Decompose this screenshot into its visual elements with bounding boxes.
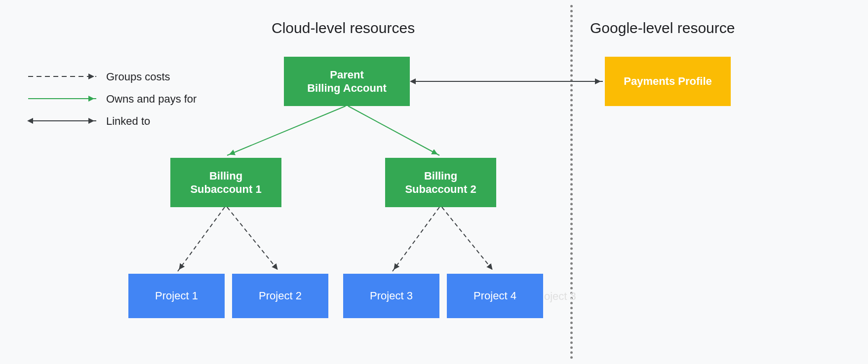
legend-linked-to: Linked to xyxy=(106,115,150,128)
legend-arrows xyxy=(27,69,101,138)
legend-groups-costs: Groups costs xyxy=(106,71,170,83)
node-project-2-label: Project 2 xyxy=(259,290,302,302)
svg-line-4 xyxy=(227,207,279,271)
node-project-3: Project 3 xyxy=(343,274,439,318)
node-payments-label: Payments Profile xyxy=(624,75,712,88)
node-billing-subaccount-1: Billing Subaccount 1 xyxy=(170,158,281,207)
node-parent-line2: Billing Account xyxy=(307,81,387,95)
svg-line-6 xyxy=(442,207,494,271)
ghost-text-project: oject 3 xyxy=(544,290,576,303)
node-project-4: Project 4 xyxy=(447,274,543,318)
svg-line-3 xyxy=(178,207,225,271)
legend-owns-pays: Owns and pays for xyxy=(106,93,197,106)
heading-google-level: Google-level resource xyxy=(590,20,735,36)
arrows-owns-parent-to-subs xyxy=(217,106,474,160)
node-parent-line1: Parent xyxy=(330,68,363,82)
svg-line-2 xyxy=(348,106,439,155)
vertical-divider xyxy=(570,5,573,359)
node-project-2: Project 2 xyxy=(232,274,328,318)
svg-line-1 xyxy=(227,106,346,155)
node-project-3-label: Project 3 xyxy=(370,290,413,302)
heading-cloud-level: Cloud-level resources xyxy=(272,20,415,36)
node-sub2-line1: Billing xyxy=(424,169,457,183)
svg-line-5 xyxy=(393,207,439,271)
arrows-groups-sub2-to-projects xyxy=(383,207,506,276)
arrow-linked-parent-payments xyxy=(410,74,605,89)
node-project-4-label: Project 4 xyxy=(473,290,516,302)
node-parent-billing-account: Parent Billing Account xyxy=(284,57,410,106)
node-sub2-line2: Subaccount 2 xyxy=(405,182,476,196)
arrows-groups-sub1-to-projects xyxy=(168,207,291,276)
node-sub1-line2: Subaccount 1 xyxy=(190,182,261,196)
node-sub1-line1: Billing xyxy=(209,169,242,183)
node-project-1-label: Project 1 xyxy=(155,290,198,302)
node-billing-subaccount-2: Billing Subaccount 2 xyxy=(385,158,496,207)
node-project-1: Project 1 xyxy=(128,274,225,318)
node-payments-profile: Payments Profile xyxy=(605,57,731,106)
